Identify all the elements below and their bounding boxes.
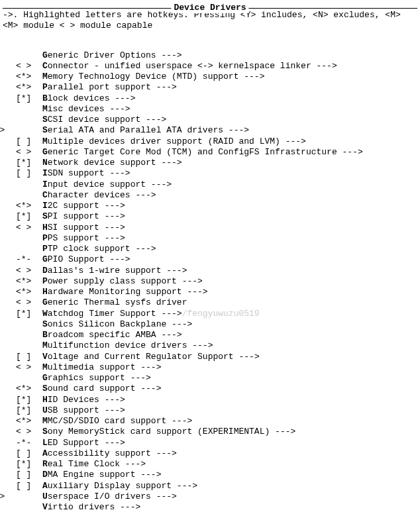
option-state: [ ] — [16, 168, 42, 179]
hotkey: W — [42, 309, 48, 319]
menu-item[interactable]: [*]HID Devices ---> — [16, 395, 417, 405]
menu-item[interactable]: Broadcom specific AMBA ---> — [16, 330, 417, 340]
option-text: PI support — [48, 211, 99, 221]
option-label: Multimedia support ---> — [42, 362, 161, 373]
submenu-arrow: ---> — [234, 352, 260, 362]
option-label: Broadcom specific AMBA ---> — [42, 330, 182, 340]
option-label: Hardware Monitoring support ---> — [42, 287, 208, 297]
menu-item[interactable]: [ ]Accessibility support ---> — [16, 448, 417, 459]
menu-item[interactable]: Generic Driver Options ---> — [16, 50, 417, 61]
menu-item[interactable]: < >HSI support ---> — [16, 223, 417, 233]
option-state: [*] — [16, 395, 42, 405]
submenu-arrow: ---> — [177, 276, 203, 286]
submenu-arrow: ---> — [172, 481, 197, 491]
hotkey: S — [42, 319, 48, 329]
hotkey: I — [42, 201, 48, 211]
option-state: < > — [0, 125, 42, 136]
menu-item[interactable]: < >Connector - unified userspace <-> ker… — [16, 61, 417, 72]
option-label: Character devices ---> — [42, 190, 156, 201]
menu-item[interactable]: <*>I2C support ---> — [16, 201, 417, 211]
submenu-arrow: ---> — [131, 190, 156, 200]
submenu-arrow: ---> — [166, 416, 192, 426]
menu-item[interactable]: Misc devices ---> — [16, 104, 417, 115]
option-state — [16, 180, 42, 190]
menu-item[interactable]: <*>Parallel port support ---> — [16, 82, 417, 93]
menu-item[interactable]: SCSI device support ---> — [16, 115, 417, 125]
menu-item[interactable]: [ ]ISDN support ---> — [16, 168, 417, 179]
option-state — [16, 244, 42, 254]
option-text: MA Engine support — [48, 470, 136, 480]
menu-item[interactable]: [*]Watchdog Timer Support --->/fengyuwuz… — [16, 309, 417, 319]
hotkey: G — [42, 254, 48, 264]
hotkey: U — [42, 405, 48, 415]
menu-item[interactable]: < >Multimedia support ---> — [16, 362, 417, 373]
option-label: Parallel port support ---> — [42, 82, 177, 93]
help-text: module — [18, 21, 59, 30]
option-state: <*> — [16, 72, 42, 82]
menu-item[interactable]: < >Dallas's 1-wire support ---> — [16, 266, 417, 276]
menu-item[interactable]: Character devices ---> — [16, 190, 417, 201]
menu-item[interactable]: <*>MMC/SD/SDIO card support ---> — [16, 416, 417, 427]
option-state: [*] — [16, 309, 42, 319]
menu-item[interactable]: <*>Hardware Monitoring support ---> — [16, 287, 417, 297]
hotkey: U — [42, 491, 48, 501]
menu-item[interactable]: [*]Network device support ---> — [16, 158, 417, 168]
watermark: /fengyuwuzu0519 — [182, 309, 260, 319]
menu-item[interactable]: -*-GPIO Support ---> — [16, 254, 417, 265]
menu-item[interactable]: < >Generic Thermal sysfs driver — [16, 297, 417, 308]
menu-item[interactable]: [ ]Auxiliary Display support ---> — [16, 481, 417, 491]
menu-item[interactable]: <*>Sound card support ---> — [16, 384, 417, 394]
option-label: DMA Engine support ---> — [42, 470, 161, 480]
menu-item[interactable]: [*]USB support ---> — [16, 405, 417, 416]
menu-item[interactable]: [*]Real Time Clock ---> — [16, 459, 417, 470]
submenu-arrow: ---> — [125, 373, 151, 383]
key-m: <M> — [3, 21, 18, 30]
option-label: HID Devices ---> — [42, 395, 125, 405]
option-state — [16, 319, 42, 330]
menu-item[interactable]: [ ]DMA Engine support ---> — [16, 470, 417, 480]
option-label: SCSI device support ---> — [42, 115, 166, 125]
submenu-arrow: ---> — [105, 254, 131, 264]
submenu-arrow: ---> — [99, 211, 125, 221]
help-text: module capable — [75, 21, 152, 30]
menu-item[interactable]: [*]SPI support ---> — [16, 211, 417, 222]
hotkey: R — [42, 459, 48, 469]
help-text: includes, — [256, 10, 313, 20]
menu-item[interactable]: Sonics Silicon Backplane ---> — [16, 319, 417, 330]
menu-item[interactable]: <*>Power supply class support ---> — [16, 276, 417, 287]
menu-item[interactable]: -*-LED Support ---> — [16, 438, 417, 448]
hotkey: M — [42, 416, 48, 426]
option-state: <*> — [16, 416, 42, 427]
menu-item[interactable]: Graphics support ---> — [16, 373, 417, 384]
menu-item[interactable]: < >Userspace I/O drivers ---> — [0, 491, 417, 502]
hotkey: A — [42, 448, 48, 458]
option-label: Voltage and Current Regulator Support --… — [42, 352, 260, 362]
menu-item[interactable]: PTP clock support ---> — [16, 244, 417, 254]
menu-item[interactable]: [ ]Voltage and Current Regulator Support… — [16, 352, 417, 362]
menu-item[interactable]: Input device support ---> — [16, 180, 417, 190]
option-label: MMC/SD/SDIO card support ---> — [42, 416, 192, 427]
menu-item[interactable]: [ ]Multiple devices driver support (RAID… — [16, 136, 417, 147]
menu-item[interactable]: Multifunction device drivers ---> — [16, 340, 417, 351]
menu-item[interactable]: Virtio drivers ---> — [16, 502, 417, 513]
option-text: eal Time Clock — [48, 459, 120, 469]
option-label: Sound card support ---> — [42, 384, 161, 394]
menu-item[interactable]: < >Serial ATA and Parallel ATA drivers -… — [0, 125, 417, 136]
menu-item[interactable]: PPS support ---> — [16, 233, 417, 244]
option-text: SI support — [48, 223, 99, 232]
option-state: < > — [0, 491, 42, 502]
hotkey: M — [42, 72, 48, 81]
option-state: [ ] — [16, 470, 42, 480]
option-state: <*> — [16, 276, 42, 287]
submenu-arrow: ---> — [166, 319, 192, 329]
menu-item[interactable]: < >Sony MemoryStick card support (EXPERI… — [16, 427, 417, 437]
menu-item[interactable]: < >Generic Target Core Mod (TCM) and Con… — [16, 147, 417, 158]
hotkey: S — [42, 427, 48, 437]
menu-item[interactable]: <*>Memory Technology Device (MTD) suppor… — [16, 72, 417, 82]
option-state: [*] — [16, 459, 42, 470]
option-label: GPIO Support ---> — [42, 254, 131, 265]
menu-item[interactable]: [*]Block devices ---> — [16, 93, 417, 104]
option-label: Multiple devices driver support (RAID an… — [42, 136, 306, 147]
option-label: HSI support ---> — [42, 223, 125, 233]
hotkey: I — [42, 180, 48, 189]
